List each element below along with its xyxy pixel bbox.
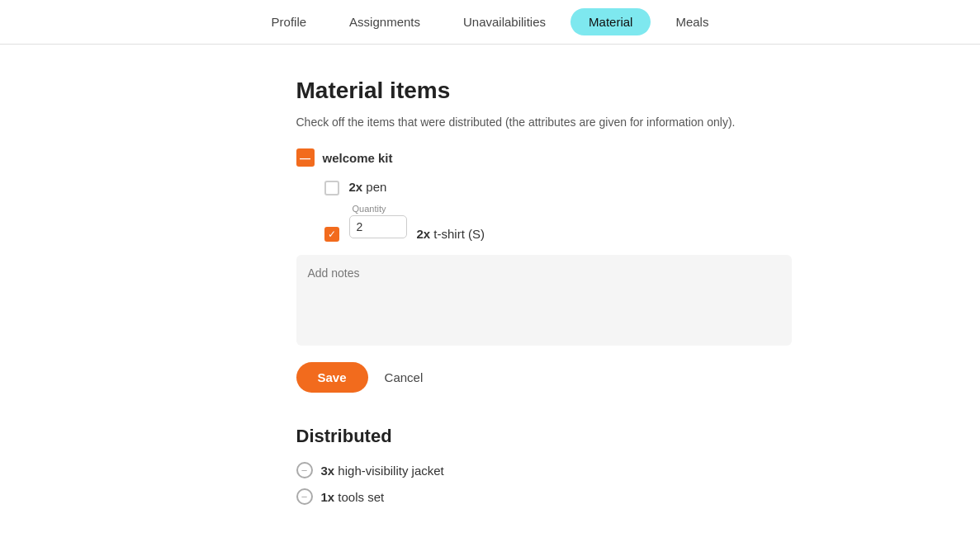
checkbox-pen[interactable] [324,181,339,195]
category-label: welcome kit [323,151,393,165]
item-label-tshirt: 2x t-shirt (S) [417,204,485,241]
navigation: Profile Assignments Unavailabilities Mat… [0,0,980,45]
qty-wrapper: Quantity [349,204,407,238]
quantity-label: Quantity [353,204,407,214]
nav-assignments[interactable]: Assignments [331,8,438,35]
nav-profile[interactable]: Profile [253,8,325,35]
quantity-input[interactable] [349,215,407,238]
button-row: Save Cancel [296,362,784,393]
item-label-pen: 2x pen [349,178,387,194]
page-description: Check off the items that were distribute… [296,115,784,129]
save-button[interactable]: Save [296,362,368,393]
nav-unavailabilities[interactable]: Unavailabilities [445,8,564,35]
page-title: Material items [296,78,784,104]
nav-meals[interactable]: Meals [657,8,727,35]
distributed-icon-1 [296,488,313,505]
item-row-pen: 2x pen [296,178,784,195]
nav-material[interactable]: Material [570,8,651,35]
notes-textarea[interactable] [296,255,792,346]
distributed-label-0: 3x high-visibility jacket [321,464,444,478]
main-content: Material items Check off the items that … [181,45,800,537]
item-row-tshirt: Quantity 2x t-shirt (S) [296,204,784,242]
distributed-item-1: 1x tools set [296,488,784,505]
category-icon[interactable] [296,148,315,167]
distributed-item-0: 3x high-visibility jacket [296,462,784,478]
category-row: welcome kit [296,148,784,167]
cancel-button[interactable]: Cancel [385,370,424,384]
distributed-label-1: 1x tools set [321,490,385,504]
checkbox-tshirt[interactable] [324,227,339,242]
distributed-title: Distributed [296,426,784,447]
qty-input-row [349,215,407,238]
distributed-icon-0 [296,462,313,478]
